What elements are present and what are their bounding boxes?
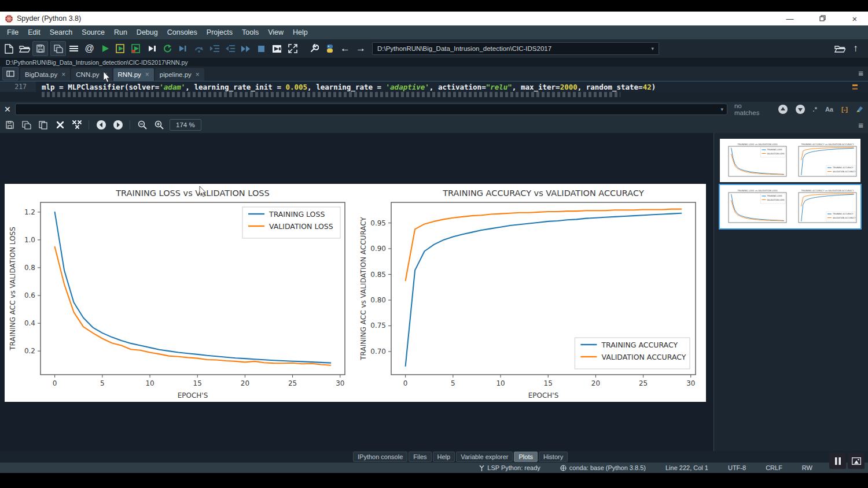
encoding: UTF-8 xyxy=(728,464,746,471)
step-into-icon[interactable] xyxy=(207,40,222,57)
pane-tab-variable-explorer[interactable]: Variable explorer xyxy=(456,452,513,462)
title-bar: Spyder (Python 3.8) — × xyxy=(0,12,868,25)
svg-text:TRAINING LOSS: TRAINING LOSS xyxy=(766,149,782,151)
menu-consoles[interactable]: Consoles xyxy=(163,28,202,36)
pane-tab-history[interactable]: History xyxy=(539,452,568,462)
new-file-icon[interactable] xyxy=(1,40,17,57)
menu-search[interactable]: Search xyxy=(45,28,78,36)
close-tab-icon[interactable]: × xyxy=(196,71,200,79)
find-dropdown-icon[interactable]: ▾ xyxy=(720,106,723,112)
next-plot-icon[interactable] xyxy=(109,117,126,132)
close-icon[interactable]: × xyxy=(849,14,860,24)
forward-icon[interactable]: → xyxy=(353,40,369,57)
close-tab-icon[interactable]: × xyxy=(61,71,65,79)
svg-text:10: 10 xyxy=(145,379,154,387)
editor-tab-RNN.py[interactable]: RNN.py× xyxy=(113,68,154,81)
thumbnail-mini-chart: TRAINING ACCURACYVALIDATION ACCURACYTRAI… xyxy=(792,187,859,227)
menu-view[interactable]: View xyxy=(263,28,288,36)
pause-button[interactable] xyxy=(829,453,846,469)
code-token: mlp = MLPClassifier(solver= xyxy=(42,83,159,91)
save-plot-icon[interactable] xyxy=(1,117,18,132)
pane-tab-ipython-console[interactable]: IPython console xyxy=(353,452,407,462)
plot-thumbnail-selected[interactable]: TRAINING LOSSVALIDATION LOSSTRAINING LOS… xyxy=(720,185,860,228)
back-icon[interactable]: ← xyxy=(337,40,353,57)
step-over-icon[interactable] xyxy=(191,40,207,57)
code-line-row: 217 mlp = MLPClassifier(solver='adam', l… xyxy=(0,82,868,92)
find-close-icon[interactable]: ✕ xyxy=(0,105,15,114)
conda-icon xyxy=(560,465,567,471)
run-file-icon[interactable] xyxy=(97,40,113,57)
pane-tab-plots[interactable]: Plots xyxy=(514,452,537,462)
maximize-icon[interactable] xyxy=(817,13,827,24)
copy-plot-icon[interactable] xyxy=(35,117,52,132)
editor-options-icon[interactable]: ≡ xyxy=(858,68,863,78)
letterbox-bottom xyxy=(0,473,868,488)
maximize-pane-icon[interactable] xyxy=(285,40,300,57)
editor-tab-BigData.py[interactable]: BigData.py× xyxy=(20,68,70,81)
close-tab-icon[interactable]: × xyxy=(104,71,108,79)
find-input[interactable]: ▾ xyxy=(15,103,727,115)
menu-tools[interactable]: Tools xyxy=(237,28,263,36)
main-toolbar: @ ← → D:\PythonRUN\Big_Data_Intrusion_de… xyxy=(0,39,868,58)
close-tab-icon[interactable]: × xyxy=(145,71,149,79)
highlight-matches-icon[interactable] xyxy=(856,104,864,114)
cursor-position: Line 222, Col 1 xyxy=(665,464,708,471)
next-match-icon[interactable] xyxy=(796,105,805,114)
save-all-plots-icon[interactable] xyxy=(18,117,35,132)
editor-tab-pipeline.py[interactable]: pipeline.py× xyxy=(155,68,204,81)
continue-execution-icon[interactable] xyxy=(238,40,253,57)
zoom-in-icon[interactable] xyxy=(150,117,167,132)
case-sensitive-icon[interactable]: Aa xyxy=(825,106,833,113)
browse-tabs-icon[interactable] xyxy=(2,67,19,80)
preferences-icon[interactable] xyxy=(306,40,322,57)
pane-tab-help[interactable]: Help xyxy=(433,452,455,462)
save-file-icon[interactable] xyxy=(32,41,48,56)
code-editor[interactable]: 217 mlp = MLPClassifier(solver='adam', l… xyxy=(0,81,868,102)
plot-thumbnail[interactable]: TRAINING LOSSVALIDATION LOSSTRAINING LOS… xyxy=(720,139,860,182)
zoom-out-icon[interactable] xyxy=(134,117,150,132)
text-lines-icon[interactable] xyxy=(66,40,82,57)
working-directory-field[interactable]: D:\PythonRUN\Big_Data_Intrusion_detectio… xyxy=(372,42,659,55)
menu-projects[interactable]: Projects xyxy=(202,28,237,36)
stop-execution-icon[interactable] xyxy=(253,40,269,57)
menu-source[interactable]: Source xyxy=(77,28,109,36)
pane-tab-files[interactable]: Files xyxy=(409,452,431,462)
run-to-line-icon[interactable] xyxy=(269,40,285,57)
python-path-icon[interactable] xyxy=(322,40,337,57)
svg-text:VALIDATION ACCURACY: VALIDATION ACCURACY xyxy=(833,216,856,219)
whole-words-icon[interactable]: [-] xyxy=(841,106,848,113)
svg-text:EPOCH'S: EPOCH'S xyxy=(528,391,559,400)
regex-icon[interactable]: .* xyxy=(813,106,817,113)
remove-plot-icon[interactable] xyxy=(52,117,68,132)
menu-debug[interactable]: Debug xyxy=(132,28,163,36)
rerun-cell-icon[interactable] xyxy=(160,40,175,57)
run-cell-icon[interactable] xyxy=(113,40,128,57)
browse-directory-icon[interactable] xyxy=(832,40,848,57)
minimize-icon[interactable]: — xyxy=(785,14,795,23)
menu-file[interactable]: File xyxy=(2,28,23,36)
save-all-icon[interactable] xyxy=(50,41,66,56)
find-symbols-icon[interactable]: @ xyxy=(82,40,97,57)
previous-plot-icon[interactable] xyxy=(93,117,109,132)
run-selection-icon[interactable] xyxy=(144,40,160,57)
chevron-down-icon[interactable]: ▾ xyxy=(651,46,654,51)
menu-help[interactable]: Help xyxy=(288,28,312,36)
editor-tab-CNN.py[interactable]: CNN.py× xyxy=(71,68,112,81)
svg-text:0.90: 0.90 xyxy=(370,245,386,253)
open-file-icon[interactable] xyxy=(17,40,32,57)
step-return-icon[interactable] xyxy=(222,40,238,57)
svg-text:15: 15 xyxy=(544,379,553,387)
debug-file-icon[interactable] xyxy=(175,40,191,57)
previous-match-icon[interactable] xyxy=(778,105,788,114)
run-cell-advance-icon[interactable] xyxy=(128,40,144,57)
menu-run[interactable]: Run xyxy=(109,28,132,36)
remove-all-plots-icon[interactable] xyxy=(68,117,85,132)
parent-directory-icon[interactable]: ↑ xyxy=(848,40,863,57)
matplotlib-figure: TRAINING LOSS vs VALIDATION LOSS05101520… xyxy=(5,184,706,402)
plots-options-icon[interactable]: ≡ xyxy=(858,120,863,130)
display-button[interactable] xyxy=(848,453,865,469)
thumbnail-mini-chart: TRAINING LOSSVALIDATION LOSSTRAINING LOS… xyxy=(722,141,789,180)
menu-edit[interactable]: Edit xyxy=(23,28,45,36)
svg-text:TRAINING LOSS: TRAINING LOSS xyxy=(766,195,782,197)
lsp-icon xyxy=(479,465,484,471)
